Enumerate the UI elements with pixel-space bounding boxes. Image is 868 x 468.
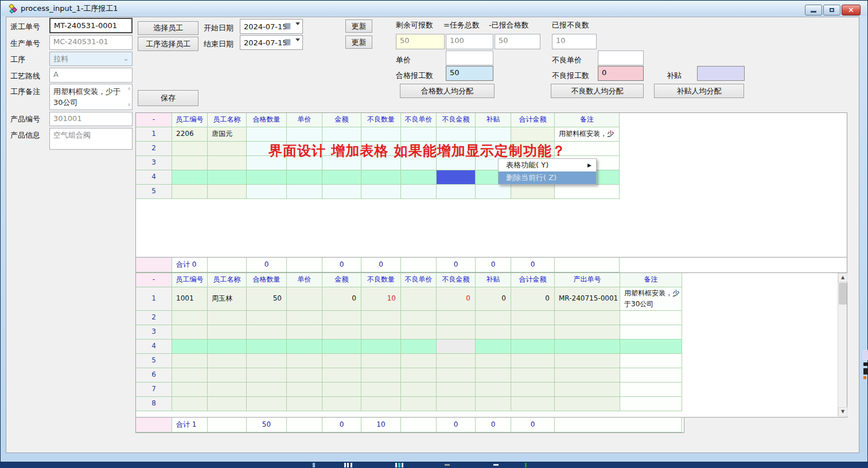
table-cell[interactable] [287, 185, 322, 199]
total-cell[interactable] [555, 418, 682, 432]
total-cell[interactable] [208, 258, 247, 272]
column-header[interactable]: 补贴 [476, 113, 511, 127]
row-header[interactable]: 2 [136, 142, 172, 156]
total-cell[interactable]: 0 [437, 418, 476, 432]
row-header[interactable]: 4 [136, 340, 172, 354]
table-cell[interactable] [208, 325, 247, 340]
table-cell[interactable]: 1001 [172, 287, 208, 311]
table-cell[interactable] [322, 383, 361, 397]
scrollbar-thumb[interactable] [839, 283, 847, 305]
column-header[interactable]: 不良数量 [361, 113, 401, 127]
total-cell[interactable]: 0 [511, 258, 555, 272]
table-cell[interactable] [322, 368, 361, 383]
table-cell[interactable] [401, 170, 437, 185]
row-header[interactable]: 4 [136, 170, 172, 185]
table-cell[interactable] [247, 127, 287, 142]
column-header[interactable]: 合格数量 [247, 113, 287, 127]
total-cell[interactable] [136, 258, 172, 272]
product-info-textarea[interactable]: 空气组合阀 [49, 128, 133, 150]
table-cell[interactable] [361, 185, 401, 199]
table-cell[interactable] [172, 185, 208, 199]
table-cell[interactable] [172, 354, 208, 368]
scroll-down-icon[interactable]: ∨ [127, 103, 131, 107]
context-menu-item[interactable]: 表格功能( Y)▶ [499, 159, 596, 171]
table-cell[interactable] [555, 397, 620, 411]
row-header[interactable]: 3 [136, 156, 172, 170]
table-cell[interactable] [620, 325, 682, 340]
table-cell[interactable] [361, 127, 401, 142]
table-cell[interactable] [620, 397, 682, 411]
column-header[interactable]: 合格数量 [247, 273, 287, 287]
table-cell[interactable] [322, 340, 361, 354]
remaining-field[interactable]: 50 [396, 34, 445, 49]
column-header[interactable]: 单价 [287, 273, 322, 287]
end-date-picker[interactable]: 2024-07-15 ▦ [240, 35, 303, 50]
table-cell[interactable] [401, 354, 437, 368]
unit-price-field[interactable] [446, 50, 493, 65]
table-cell[interactable] [620, 311, 682, 325]
table-cell[interactable] [511, 383, 555, 397]
table-cell[interactable] [287, 397, 322, 411]
process-combobox[interactable]: 拉料 ⌄ [49, 52, 133, 66]
row-header[interactable]: 5 [136, 354, 172, 368]
table-cell[interactable] [476, 311, 511, 325]
table-cell[interactable]: 0 [511, 287, 555, 311]
column-header[interactable]: 不良数量 [361, 273, 401, 287]
table-cell[interactable] [247, 340, 287, 354]
table-cell[interactable] [208, 340, 247, 354]
process-note-textarea[interactable]: 用塑料框安装，少于30公司 ∧ ∨ [49, 84, 133, 110]
total-cell[interactable]: 0 [322, 258, 361, 272]
table-cell[interactable] [247, 397, 287, 411]
table-cell[interactable] [361, 354, 401, 368]
column-header[interactable]: 金额 [322, 113, 361, 127]
chevron-down-icon[interactable] [295, 22, 300, 25]
table-cell[interactable] [361, 340, 401, 354]
table-cell[interactable] [437, 383, 476, 397]
table-cell[interactable] [437, 368, 476, 383]
context-menu-item[interactable]: 删除当前行( Z) [499, 171, 596, 184]
distribute-subsidy-button[interactable]: 补贴人均分配 [654, 84, 744, 98]
table-cell[interactable] [620, 340, 682, 354]
table-cell[interactable] [287, 368, 322, 383]
table-cell[interactable] [208, 397, 247, 411]
column-header[interactable]: 单价 [287, 113, 322, 127]
table-cell[interactable] [511, 354, 555, 368]
total-cell[interactable] [287, 258, 322, 272]
table-cell[interactable]: 周玉林 [208, 287, 247, 311]
table-cell[interactable] [287, 170, 322, 185]
route-input[interactable]: A [49, 68, 133, 83]
table-cell[interactable] [247, 368, 287, 383]
table-cell[interactable] [555, 368, 620, 383]
close-button[interactable]: ✕ [842, 5, 861, 15]
total-cell[interactable] [287, 418, 322, 432]
chevron-down-icon[interactable] [295, 38, 300, 41]
table-cell[interactable] [287, 383, 322, 397]
table-cell[interactable] [476, 325, 511, 340]
table-cell[interactable] [322, 397, 361, 411]
column-header[interactable]: 补贴 [476, 273, 511, 287]
total-cell[interactable]: 合计 0 [172, 258, 208, 272]
row-header[interactable]: 1 [136, 287, 172, 311]
table-cell[interactable] [476, 397, 511, 411]
table-cell[interactable] [437, 127, 476, 142]
table-cell[interactable] [172, 368, 208, 383]
table-cell[interactable] [322, 311, 361, 325]
table-cell[interactable] [208, 170, 247, 185]
table-cell[interactable] [401, 311, 437, 325]
start-date-picker[interactable]: 2024-07-15 ▦ [240, 19, 303, 34]
task-total-field[interactable]: 100 [446, 34, 493, 49]
column-header[interactable]: 备注 [555, 113, 620, 127]
column-header[interactable]: 备注 [620, 273, 682, 287]
table-cell[interactable] [401, 287, 437, 311]
column-header[interactable]: 合计金额 [511, 113, 555, 127]
process-select-employee-button[interactable]: 工序选择员工 [138, 37, 198, 51]
table-cell[interactable] [247, 383, 287, 397]
total-cell[interactable] [555, 258, 620, 272]
total-cell[interactable]: 0 [437, 258, 476, 272]
table-cell[interactable] [401, 325, 437, 340]
scroll-down-button[interactable]: ▼ [838, 407, 847, 416]
table-cell[interactable] [287, 311, 322, 325]
total-cell[interactable]: 合计 1 [172, 418, 208, 432]
table-cell[interactable] [247, 325, 287, 340]
table-cell[interactable] [511, 127, 555, 142]
